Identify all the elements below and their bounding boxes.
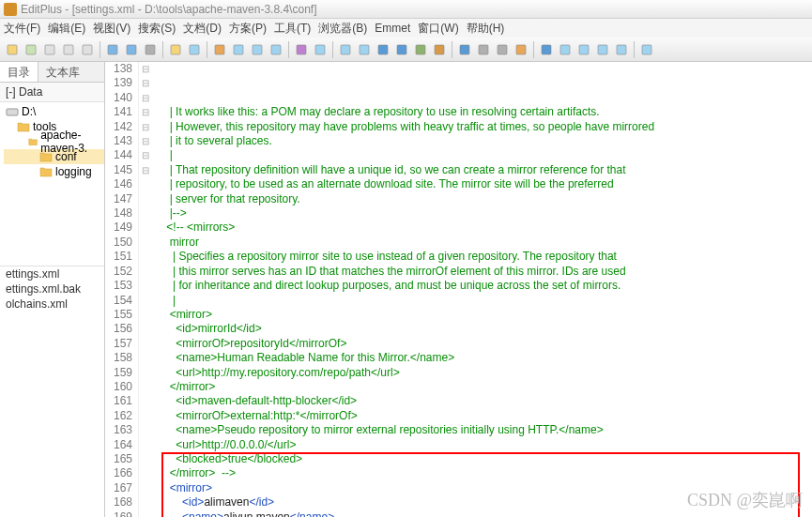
tree-node[interactable]: apache-maven-3. bbox=[4, 134, 104, 149]
toolbar-button[interactable] bbox=[230, 41, 247, 58]
title-bar: EditPlus - [settings.xml - D:\tools\apac… bbox=[0, 0, 812, 19]
svg-rect-11 bbox=[234, 45, 243, 54]
toolbar-button[interactable] bbox=[356, 41, 373, 58]
svg-rect-29 bbox=[598, 45, 607, 54]
svg-rect-13 bbox=[271, 45, 281, 54]
toolbar-button[interactable] bbox=[494, 41, 511, 58]
svg-rect-21 bbox=[435, 45, 444, 54]
toolbar-button[interactable] bbox=[431, 41, 448, 58]
toolbar-button[interactable] bbox=[186, 41, 203, 58]
svg-rect-2 bbox=[45, 45, 54, 54]
toolbar-button[interactable] bbox=[268, 41, 284, 58]
svg-rect-32 bbox=[7, 109, 18, 115]
svg-rect-24 bbox=[498, 45, 507, 54]
toolbar-button[interactable] bbox=[293, 41, 310, 58]
menu-item[interactable]: 帮助(H) bbox=[467, 21, 505, 37]
window-title: EditPlus - [settings.xml - D:\tools\apac… bbox=[21, 3, 316, 16]
menu-item[interactable]: 编辑(E) bbox=[48, 21, 85, 37]
menu-item[interactable]: Emmet bbox=[375, 22, 410, 35]
svg-rect-26 bbox=[542, 45, 551, 54]
svg-rect-27 bbox=[560, 45, 570, 54]
toolbar bbox=[0, 38, 812, 62]
menu-item[interactable]: 搜索(S) bbox=[138, 21, 176, 37]
toolbar-button[interactable] bbox=[123, 41, 140, 58]
toolbar-button[interactable] bbox=[393, 41, 410, 58]
toolbar-button[interactable] bbox=[575, 41, 592, 58]
toolbar-button[interactable] bbox=[211, 41, 228, 58]
file-item[interactable]: olchains.xml bbox=[0, 297, 104, 312]
svg-rect-28 bbox=[579, 45, 589, 54]
svg-rect-30 bbox=[617, 45, 626, 54]
toolbar-button[interactable] bbox=[167, 41, 184, 58]
svg-rect-7 bbox=[146, 45, 155, 54]
toolbar-button[interactable] bbox=[456, 41, 473, 58]
tree-node[interactable]: D:\ bbox=[4, 104, 104, 119]
toolbar-button[interactable] bbox=[594, 41, 611, 58]
svg-rect-8 bbox=[171, 45, 180, 54]
svg-rect-15 bbox=[315, 45, 325, 54]
svg-rect-23 bbox=[479, 45, 488, 54]
svg-rect-4 bbox=[83, 45, 92, 54]
svg-rect-25 bbox=[516, 45, 526, 54]
svg-rect-6 bbox=[127, 45, 136, 54]
menu-item[interactable]: 文档(D) bbox=[183, 21, 222, 37]
sidebar-tabs: 目录 文本库 bbox=[0, 62, 104, 83]
menu-item[interactable]: 工具(T) bbox=[274, 21, 311, 37]
toolbar-button[interactable] bbox=[4, 41, 21, 58]
folder-tree: D:\toolsapache-maven-3.conflogging bbox=[0, 102, 104, 181]
tab-directory[interactable]: 目录 bbox=[0, 62, 38, 82]
svg-rect-10 bbox=[215, 45, 224, 54]
menu-bar: 文件(F)编辑(E)视图(V)搜索(S)文档(D)方案(P)工具(T)浏览器(B… bbox=[0, 19, 812, 38]
file-item[interactable]: ettings.xml bbox=[0, 266, 104, 281]
svg-rect-19 bbox=[397, 45, 406, 54]
svg-rect-18 bbox=[378, 45, 388, 54]
toolbar-button[interactable] bbox=[312, 41, 329, 58]
toolbar-button[interactable] bbox=[60, 41, 77, 58]
toolbar-button[interactable] bbox=[23, 41, 39, 58]
svg-rect-22 bbox=[460, 45, 469, 54]
toolbar-button[interactable] bbox=[513, 41, 529, 58]
svg-rect-5 bbox=[108, 45, 117, 54]
file-list: ettings.xmlettings.xml.bakolchains.xml bbox=[0, 266, 104, 312]
svg-rect-9 bbox=[190, 45, 199, 54]
svg-rect-17 bbox=[360, 45, 369, 54]
svg-rect-20 bbox=[416, 45, 425, 54]
toolbar-button[interactable] bbox=[41, 41, 58, 58]
toolbar-button[interactable] bbox=[613, 41, 630, 58]
toolbar-button[interactable] bbox=[538, 41, 555, 58]
menu-item[interactable]: 视图(V) bbox=[93, 21, 130, 37]
svg-rect-1 bbox=[26, 45, 36, 54]
svg-rect-16 bbox=[341, 45, 350, 54]
toolbar-button[interactable] bbox=[142, 41, 159, 58]
menu-item[interactable]: 浏览器(B) bbox=[318, 21, 367, 37]
toolbar-button[interactable] bbox=[104, 41, 121, 58]
code-area[interactable]: | It works like this: a POM may declare … bbox=[152, 62, 812, 517]
toolbar-button[interactable] bbox=[249, 41, 266, 58]
svg-rect-3 bbox=[64, 45, 73, 54]
svg-rect-0 bbox=[8, 45, 17, 54]
menu-item[interactable]: 窗口(W) bbox=[418, 21, 458, 37]
menu-item[interactable]: 方案(P) bbox=[229, 21, 267, 37]
svg-rect-12 bbox=[253, 45, 262, 54]
app-icon bbox=[4, 3, 17, 16]
toolbar-button[interactable] bbox=[638, 41, 655, 58]
toolbar-button[interactable] bbox=[412, 41, 429, 58]
menu-item[interactable]: 文件(F) bbox=[4, 21, 40, 37]
sidebar: 目录 文本库 [-] Data D:\toolsapache-maven-3.c… bbox=[0, 62, 105, 517]
svg-rect-31 bbox=[642, 45, 651, 54]
sidebar-drive-label[interactable]: [-] Data bbox=[0, 83, 104, 102]
toolbar-button[interactable] bbox=[337, 41, 354, 58]
tab-cliptext[interactable]: 文本库 bbox=[38, 62, 87, 82]
toolbar-button[interactable] bbox=[475, 41, 492, 58]
toolbar-button[interactable] bbox=[375, 41, 391, 58]
toolbar-button[interactable] bbox=[557, 41, 574, 58]
tree-node[interactable]: logging bbox=[4, 164, 104, 179]
file-item[interactable]: ettings.xml.bak bbox=[0, 281, 104, 297]
editor-pane: 1381391401411421431441451461471481491501… bbox=[105, 62, 812, 517]
fold-column: ⊟⊟⊟⊟⊟⊟⊟⊟ bbox=[139, 62, 152, 517]
line-gutter: 1381391401411421431441451461471481491501… bbox=[105, 62, 139, 517]
toolbar-button[interactable] bbox=[79, 41, 96, 58]
svg-rect-14 bbox=[297, 45, 306, 54]
